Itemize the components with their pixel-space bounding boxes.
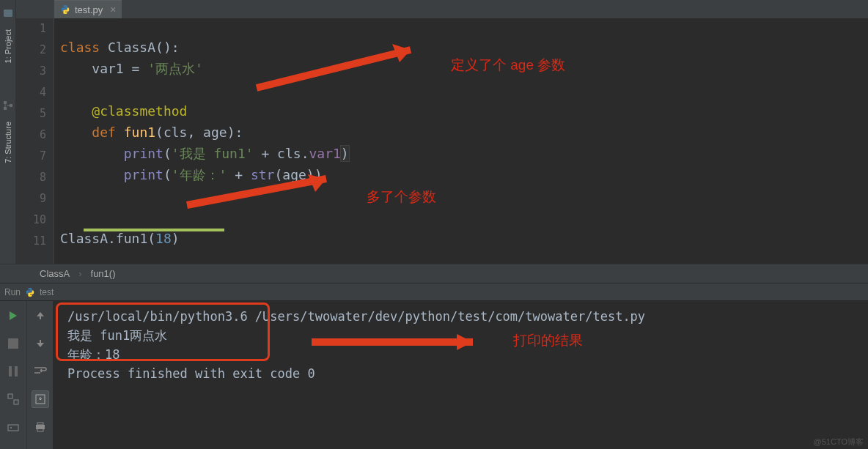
svg-rect-8: [14, 400, 18, 404]
builtin: print: [124, 146, 163, 161]
attr: var1: [309, 146, 340, 161]
line-number: 10: [16, 209, 54, 231]
punct: ):: [227, 125, 243, 140]
svg-rect-6: [15, 366, 18, 376]
svg-rect-9: [8, 425, 18, 431]
line-number: 1: [16, 18, 54, 40]
scroll-down-button[interactable]: [32, 335, 49, 352]
project-tab[interactable]: 1: Project: [4, 29, 12, 63]
layout-button[interactable]: [4, 390, 22, 408]
line-number: 3: [16, 61, 54, 82]
punct: (: [163, 167, 172, 182]
punct: (: [155, 125, 163, 140]
line-number: 11: [16, 231, 54, 252]
structure-icon: [2, 100, 14, 111]
code-editor[interactable]: test.py × class ClassA(): var1 = '两点水' @…: [54, 0, 868, 264]
editor-tabs: test.py ×: [54, 0, 868, 18]
punct: )): [306, 167, 323, 182]
svg-rect-11: [40, 316, 41, 319]
line-number: 6: [16, 125, 54, 146]
class-name: ClassA: [100, 40, 155, 55]
svg-rect-12: [40, 340, 41, 344]
run-toolbar-left: [0, 301, 26, 449]
keyword: class: [60, 40, 100, 55]
breadcrumb-item[interactable]: ClassA: [40, 268, 70, 279]
line-number: 5: [16, 103, 54, 125]
param: age: [282, 167, 306, 182]
punct: ): [172, 231, 180, 246]
keyword: def: [92, 125, 116, 140]
param: cls: [277, 146, 301, 161]
svg-rect-5: [9, 366, 12, 376]
gutter: 1 2 3 4 5 6 7 8 9 10 11: [16, 0, 54, 264]
punct: (: [147, 231, 155, 246]
punct: .: [108, 231, 116, 246]
punct: ():: [155, 40, 180, 55]
svg-rect-7: [8, 394, 12, 398]
punct: (: [163, 146, 172, 161]
svg-rect-3: [10, 104, 12, 107]
watermark: @51CTO博客: [814, 437, 864, 448]
stop-button[interactable]: [4, 335, 22, 352]
param: cls: [163, 125, 188, 140]
print-button[interactable]: [32, 418, 49, 436]
line-number: 8: [16, 167, 54, 188]
pin-button[interactable]: [4, 418, 22, 436]
class-ref: ClassA: [60, 231, 108, 246]
run-panel-header: Run test: [0, 283, 868, 301]
run-toolbar-inner: [26, 301, 53, 449]
scroll-to-end-button[interactable]: [32, 390, 49, 408]
op: =: [132, 61, 148, 76]
run-config: test: [40, 287, 54, 297]
python-icon: [25, 287, 35, 297]
op: +: [254, 146, 278, 161]
punct: .: [301, 146, 309, 161]
string: '年龄：': [172, 167, 227, 182]
console-line: Process finished with exit code 0: [67, 364, 868, 383]
number: 18: [155, 231, 172, 246]
func-name: fun1: [116, 125, 155, 140]
python-icon: [60, 4, 70, 15]
tool-window-bar[interactable]: 1: Project 7: Structure: [0, 0, 16, 264]
breadcrumb-sep: ›: [78, 268, 81, 279]
breadcrumb: ClassA › fun1(): [0, 264, 868, 283]
string: '两点水': [147, 61, 203, 76]
file-tab[interactable]: test.py ×: [54, 0, 122, 18]
param: age: [203, 125, 227, 140]
svg-rect-0: [4, 10, 12, 17]
console-output[interactable]: /usr/local/bin/python3.6 /Users/twowater…: [53, 301, 868, 449]
line-number: 2: [16, 40, 54, 61]
var: var1: [92, 61, 131, 76]
punct: ,: [187, 125, 203, 140]
svg-rect-15: [37, 423, 43, 425]
pause-button[interactable]: [4, 363, 22, 380]
method: fun1: [116, 231, 147, 246]
highlight-box: [56, 303, 270, 361]
svg-point-10: [10, 427, 12, 428]
tab-label: test.py: [75, 4, 103, 15]
breadcrumb-item[interactable]: fun1(): [91, 268, 116, 279]
builtin: print: [124, 167, 163, 182]
line-number: 9: [16, 188, 54, 209]
rerun-button[interactable]: [4, 307, 22, 324]
op: +: [227, 167, 251, 182]
scroll-up-button[interactable]: [32, 307, 49, 324]
line-number: 7: [16, 146, 54, 167]
punct: ): [341, 146, 349, 161]
underline-annotation: [84, 229, 224, 231]
structure-tab[interactable]: 7: Structure: [4, 122, 12, 163]
svg-rect-4: [8, 338, 18, 349]
soft-wrap-button[interactable]: [32, 363, 49, 380]
decorator: @classmethod: [92, 103, 187, 119]
close-icon[interactable]: ×: [110, 4, 116, 15]
line-number: 4: [16, 82, 54, 103]
svg-rect-1: [4, 101, 7, 104]
run-label: Run: [4, 287, 21, 297]
punct: (: [274, 167, 282, 182]
string: '我是 fun1': [172, 146, 254, 161]
project-icon: [2, 7, 14, 19]
builtin: str: [251, 167, 275, 182]
svg-rect-2: [4, 107, 7, 110]
